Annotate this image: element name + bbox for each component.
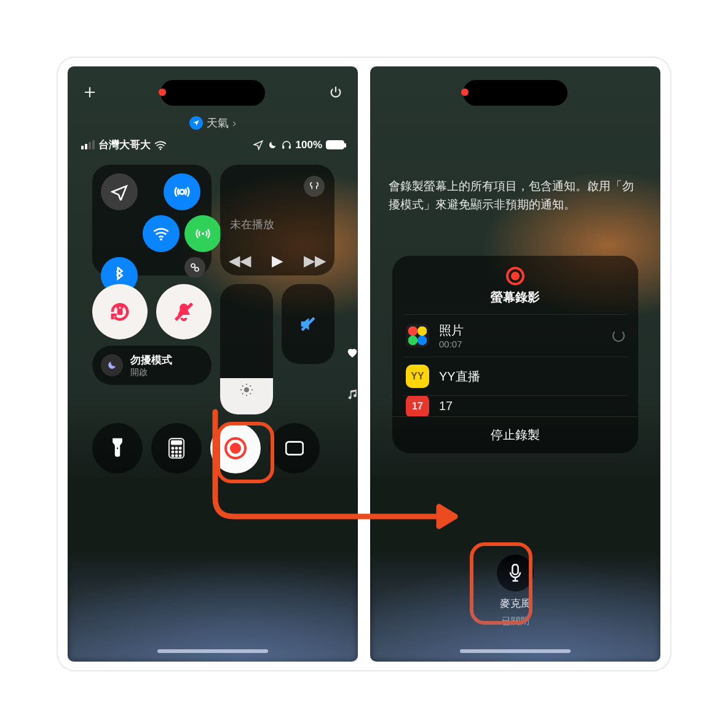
- record-icon: [224, 437, 247, 459]
- brightness-slider[interactable]: [220, 284, 273, 414]
- phone-left: 天氣 › 台灣大哥大 100%: [68, 66, 358, 662]
- wifi-toggle[interactable]: [143, 215, 180, 252]
- orientation-lock-toggle[interactable]: [92, 284, 148, 339]
- focus-state: 開啟: [130, 367, 172, 378]
- svg-rect-9: [117, 309, 123, 315]
- brightness-icon: [239, 382, 254, 400]
- svg-point-17: [172, 451, 174, 453]
- destination-name: 17: [439, 399, 453, 413]
- headphones-icon: [281, 140, 292, 151]
- microphone-toggle[interactable]: [497, 555, 534, 592]
- svg-rect-1: [282, 145, 284, 148]
- dynamic-island: [463, 80, 568, 106]
- screen-mirror-button[interactable]: [269, 423, 320, 473]
- cellular-data-toggle[interactable]: [184, 215, 221, 252]
- svg-point-15: [175, 447, 178, 449]
- focus-tile[interactable]: 勿擾模式 開啟: [92, 346, 212, 385]
- svg-point-14: [172, 447, 174, 449]
- record-destination-card: 螢幕錄影 照片 00:07 YY YY直播 17 17 停止錄製: [392, 256, 638, 453]
- breadcrumb-app: 天氣: [207, 116, 229, 130]
- rewind-icon[interactable]: ◀◀: [229, 252, 251, 269]
- status-bar: 台灣大哥大 100%: [81, 138, 344, 152]
- svg-rect-23: [286, 442, 303, 455]
- phone-right: 會錄製螢幕上的所有項目，包含通知。啟用「勿擾模式」來避免顯示非預期的通知。 螢幕…: [370, 66, 660, 662]
- svg-point-3: [180, 189, 184, 194]
- media-tile[interactable]: 未在播放 ◀◀ ▶ ▶▶: [220, 165, 334, 275]
- figure-panel: 天氣 › 台灣大哥大 100%: [57, 57, 671, 671]
- destination-photos[interactable]: 照片 00:07: [403, 314, 627, 357]
- destination-name: 照片: [439, 322, 464, 339]
- dnd-moon-icon: [267, 140, 277, 150]
- home-indicator[interactable]: [460, 649, 571, 653]
- svg-point-20: [172, 454, 174, 457]
- svg-point-5: [202, 232, 204, 235]
- volume-slider[interactable]: [282, 284, 334, 364]
- stop-record-button[interactable]: 停止錄製: [392, 416, 638, 453]
- svg-point-11: [116, 447, 119, 449]
- battery-percent: 100%: [296, 139, 322, 151]
- carrier-label: 台灣大哥大: [98, 138, 151, 152]
- play-icon[interactable]: ▶: [272, 252, 283, 269]
- yy-app-icon: YY: [406, 365, 429, 388]
- card-title: 螢幕錄影: [403, 289, 627, 306]
- svg-rect-13: [172, 441, 182, 445]
- svg-point-10: [244, 387, 249, 392]
- add-controls-button[interactable]: [82, 85, 97, 100]
- cellular-icon: [81, 140, 95, 149]
- record-icon: [506, 267, 524, 285]
- destination-name: YY直播: [439, 368, 480, 385]
- flashlight-button[interactable]: [92, 423, 143, 473]
- svg-point-0: [160, 148, 162, 150]
- svg-rect-2: [288, 145, 290, 148]
- svg-point-4: [160, 238, 162, 240]
- mic-label: 麥克風: [500, 596, 531, 611]
- battery-icon: [326, 140, 344, 149]
- destination-17[interactable]: 17 17: [403, 395, 627, 416]
- forward-icon[interactable]: ▶▶: [304, 252, 326, 269]
- microphone-block: 麥克風 已關閉: [497, 555, 534, 627]
- favorites-icon[interactable]: [346, 346, 358, 362]
- home-indicator[interactable]: [157, 649, 268, 653]
- power-icon[interactable]: [328, 85, 343, 100]
- hotspot-toggle[interactable]: [184, 257, 205, 278]
- svg-point-18: [175, 451, 178, 453]
- silent-toggle[interactable]: [156, 284, 212, 339]
- calculator-button[interactable]: [151, 423, 202, 473]
- loading-spinner: [612, 330, 625, 342]
- airdrop-toggle[interactable]: [164, 173, 200, 210]
- recording-notice: 會錄製螢幕上的所有項目，包含通知。啟用「勿擾模式」來避免顯示非預期的通知。: [389, 177, 642, 215]
- location-status-icon: [253, 140, 264, 151]
- chevron-right-icon: ›: [232, 117, 236, 130]
- return-to-app[interactable]: 天氣 ›: [68, 116, 358, 130]
- control-center: 未在播放 ◀◀ ▶ ▶▶: [92, 165, 333, 473]
- moon-icon: [101, 354, 123, 376]
- svg-point-19: [179, 451, 181, 453]
- location-icon: [189, 116, 203, 130]
- connectivity-tile[interactable]: [92, 165, 212, 275]
- 17-app-icon: 17: [406, 395, 429, 416]
- svg-rect-24: [512, 564, 518, 574]
- svg-point-21: [175, 454, 178, 457]
- airplane-toggle[interactable]: [101, 173, 138, 210]
- recording-dot: [159, 89, 166, 96]
- media-title: 未在播放: [230, 217, 325, 232]
- recording-dot: [461, 89, 469, 96]
- screen-record-button[interactable]: [210, 423, 261, 473]
- mic-state: 已關閉: [502, 615, 529, 627]
- svg-point-22: [179, 454, 181, 457]
- airpods-icon[interactable]: [304, 176, 325, 197]
- svg-point-16: [179, 447, 181, 449]
- svg-point-6: [191, 264, 195, 267]
- wifi-icon: [154, 140, 167, 150]
- music-icon[interactable]: [347, 387, 358, 403]
- photos-app-icon: [406, 324, 429, 347]
- destination-duration: 00:07: [439, 339, 464, 349]
- destination-yy[interactable]: YY YY直播: [403, 357, 627, 395]
- focus-title: 勿擾模式: [130, 353, 172, 367]
